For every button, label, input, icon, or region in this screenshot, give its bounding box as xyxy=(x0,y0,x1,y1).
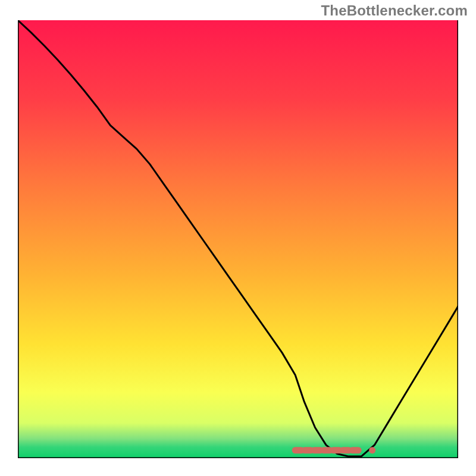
chart-svg xyxy=(18,20,458,458)
chart-container: TheBottlenecker.com xyxy=(0,0,476,476)
gradient-background xyxy=(18,20,458,458)
plot-area xyxy=(18,20,458,458)
attribution-text: TheBottlenecker.com xyxy=(321,2,468,19)
marker-dot xyxy=(369,447,375,453)
